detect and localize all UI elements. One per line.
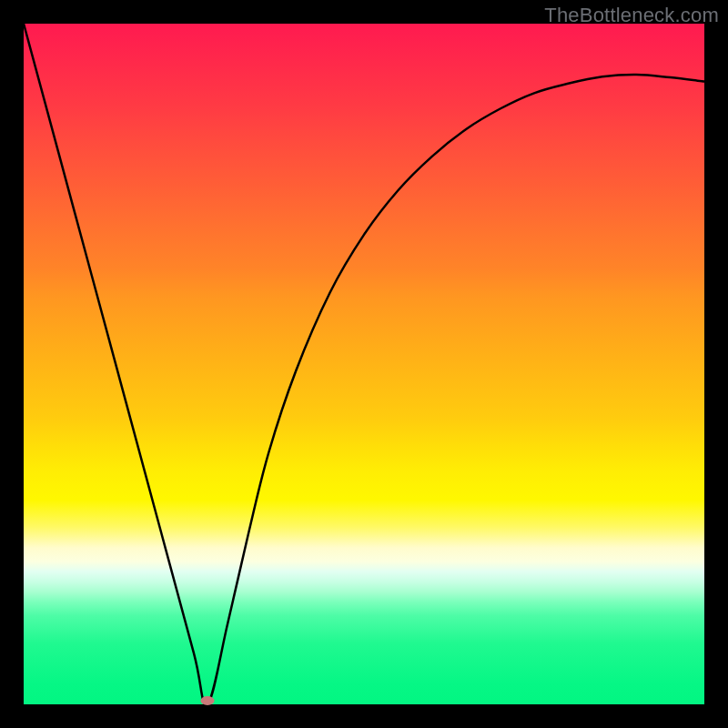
chart-frame: TheBottleneck.com: [0, 0, 728, 728]
bottleneck-curve: [24, 24, 704, 704]
min-point-marker: [200, 696, 214, 705]
plot-area: [24, 24, 704, 704]
watermark-text: TheBottleneck.com: [544, 4, 719, 27]
